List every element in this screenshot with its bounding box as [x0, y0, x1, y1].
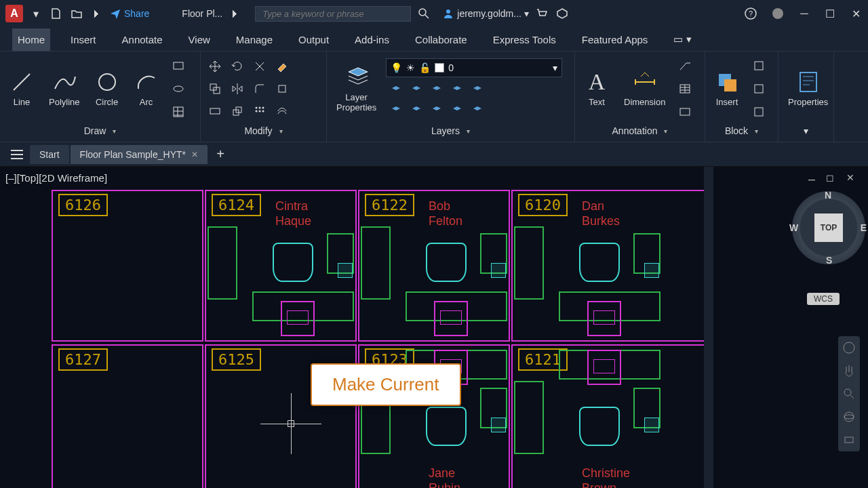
ellipse-button[interactable]	[168, 79, 189, 99]
edit-block-button[interactable]	[749, 79, 769, 99]
pan-icon[interactable]	[842, 363, 856, 378]
room-number[interactable]: 6120	[518, 194, 568, 216]
vertical-scrollbar[interactable]	[704, 167, 713, 488]
panel-layers-label[interactable]: Layers	[331, 123, 570, 139]
desk[interactable]	[208, 226, 237, 300]
layer-properties-button[interactable]: Layer Properties	[331, 62, 382, 115]
orbit-icon[interactable]	[842, 409, 856, 424]
occupant-name[interactable]: Jane Rubin	[429, 466, 460, 488]
text-button[interactable]: AText	[579, 67, 614, 110]
array-button[interactable]	[250, 101, 270, 121]
chair[interactable]	[426, 243, 467, 282]
close-button[interactable]: ✕	[849, 7, 863, 20]
insert-button[interactable]: Insert	[709, 67, 745, 110]
stretch-button[interactable]	[205, 101, 225, 121]
explode-button[interactable]	[272, 79, 292, 99]
panel-draw-label[interactable]: Draw	[4, 123, 196, 139]
drawing-canvas[interactable]: [–][Top][2D Wireframe] 61266124Cintra Ha…	[0, 167, 868, 488]
phone-icon[interactable]	[644, 418, 659, 432]
tab-document[interactable]: Floor Plan Sample_HYT* ✕	[71, 145, 208, 164]
tab-extra[interactable]: ▭ ▾	[668, 28, 696, 51]
qat-dropdown-icon[interactable]: ▾	[28, 6, 43, 21]
tab-output[interactable]: Output	[293, 28, 334, 51]
viewcube-ring[interactable]: TOP N S E W	[792, 191, 865, 264]
panel-annotation-label[interactable]: Annotation	[579, 123, 701, 139]
desk[interactable]	[361, 226, 391, 300]
desk[interactable]	[514, 381, 544, 454]
polyline-button[interactable]: Polyline	[43, 67, 85, 110]
cloud-button[interactable]	[675, 102, 695, 122]
layer-prev-button[interactable]	[386, 100, 406, 121]
phone-icon[interactable]	[338, 263, 353, 278]
file-cabinet[interactable]	[587, 350, 621, 385]
chair[interactable]	[579, 407, 620, 446]
room-number[interactable]: 6125	[212, 348, 261, 371]
share-link[interactable]: Share	[110, 8, 149, 19]
viewcube-w[interactable]: W	[789, 222, 798, 233]
tab-addins[interactable]: Add-ins	[349, 28, 395, 51]
tab-collaborate[interactable]: Collaborate	[410, 28, 473, 51]
chair[interactable]	[579, 243, 620, 282]
viewport-close-icon[interactable]: ✕	[846, 172, 854, 183]
tab-home[interactable]: Home	[12, 28, 50, 51]
new-tab-button[interactable]: +	[209, 145, 232, 164]
viewcube-top-face[interactable]: TOP	[814, 214, 843, 242]
viewport-minimize-icon[interactable]: –	[808, 172, 815, 186]
phone-icon[interactable]	[491, 263, 506, 278]
room-number[interactable]: 6127	[58, 348, 108, 371]
hamburger-icon[interactable]	[5, 145, 28, 164]
app-store-icon[interactable]	[555, 6, 570, 21]
steering-wheel-icon[interactable]	[842, 340, 856, 355]
copy-button[interactable]	[205, 79, 225, 99]
panel-modify-label[interactable]: Modify	[205, 123, 322, 139]
tab-featuredapps[interactable]: Featured Apps	[576, 28, 654, 51]
line-button[interactable]: Line	[4, 67, 39, 110]
wcs-badge[interactable]: WCS	[807, 293, 840, 305]
layer-isolate-button[interactable]	[447, 80, 467, 100]
arc-button[interactable]: Arc	[129, 67, 164, 110]
mirror-button[interactable]	[227, 79, 248, 99]
tab-manage[interactable]: Manage	[231, 28, 278, 51]
show-motion-icon[interactable]	[842, 432, 856, 447]
new-file-icon[interactable]	[49, 6, 64, 21]
phone-icon[interactable]	[491, 418, 506, 432]
panel-properties-expand[interactable]: ▾	[783, 123, 829, 139]
chair[interactable]	[273, 243, 313, 282]
app-icon[interactable]: A	[5, 5, 23, 22]
viewcube-s[interactable]: S	[826, 255, 832, 266]
trim-button[interactable]	[250, 56, 270, 77]
open-file-icon[interactable]	[69, 6, 84, 21]
search-icon[interactable]	[416, 6, 431, 21]
globe-icon[interactable]	[770, 6, 785, 21]
room-number[interactable]: 6126	[58, 194, 108, 216]
leader-button[interactable]	[675, 56, 695, 76]
file-cabinet[interactable]	[434, 301, 468, 336]
layer-delete-button[interactable]	[467, 100, 488, 121]
circle-button[interactable]: Circle	[90, 67, 125, 110]
desk[interactable]	[514, 226, 544, 300]
tab-annotate[interactable]: Annotate	[117, 28, 168, 51]
cart-icon[interactable]	[534, 6, 549, 21]
file-cabinet[interactable]	[281, 301, 315, 336]
layer-off-button[interactable]	[386, 80, 406, 100]
erase-button[interactable]	[272, 56, 292, 77]
room-number[interactable]: 6122	[365, 194, 414, 216]
tab-start[interactable]: Start	[30, 145, 69, 164]
viewcube-n[interactable]: N	[825, 190, 831, 201]
viewcube-e[interactable]: E	[861, 222, 867, 233]
minimize-button[interactable]: ─	[797, 7, 811, 20]
dimension-button[interactable]: Dimension	[618, 67, 671, 110]
hatch-button[interactable]	[168, 102, 189, 122]
maximize-button[interactable]: ☐	[823, 7, 837, 20]
room-number[interactable]: 6124	[212, 194, 261, 216]
doc-dropdown-icon[interactable]: ⏵	[228, 6, 243, 21]
qat-more-icon[interactable]: ⏵	[90, 6, 104, 21]
layer-merge-button[interactable]	[447, 100, 467, 121]
search-input[interactable]	[255, 6, 411, 22]
tab-expresstools[interactable]: Express Tools	[488, 28, 561, 51]
table-button[interactable]	[675, 79, 695, 99]
layer-state-button[interactable]	[406, 100, 427, 121]
zoom-icon[interactable]	[842, 386, 856, 401]
create-block-button[interactable]	[749, 56, 769, 76]
occupant-name[interactable]: Bob Felton	[429, 199, 462, 228]
